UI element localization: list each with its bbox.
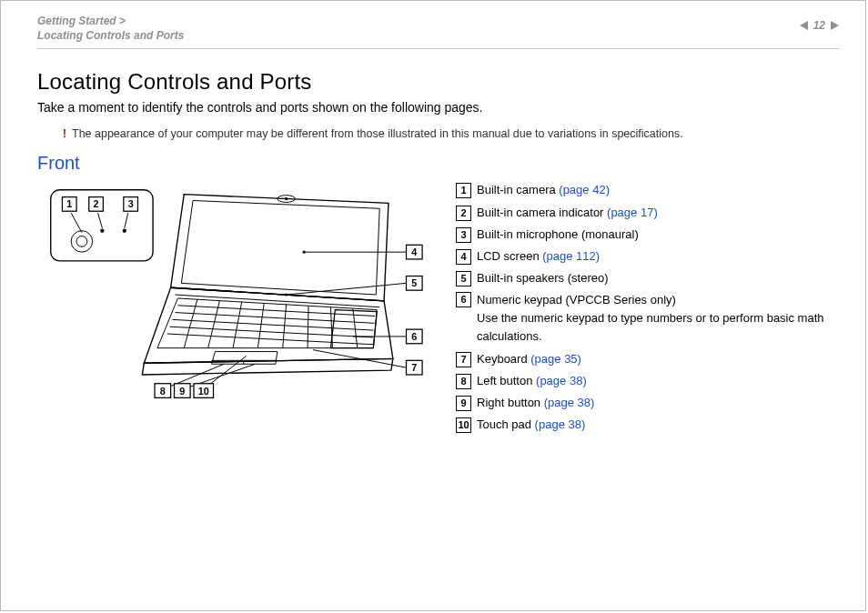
svg-point-20 <box>285 197 288 201</box>
warning-icon: ! <box>63 128 66 139</box>
legend-text: Left button (page 38) <box>477 372 587 390</box>
legend-number-box: 10 <box>456 417 471 433</box>
legend-item: 10Touch pad (page 38) <box>456 416 840 434</box>
section-heading: Front <box>37 153 840 174</box>
legend-number-box: 3 <box>456 227 471 243</box>
legend-text: Built-in camera indicator (page 17) <box>477 204 658 222</box>
laptop-diagram: 1 2 3 <box>37 181 429 416</box>
breadcrumb-line-2: Locating Controls and Ports <box>37 28 184 43</box>
page-reference-link[interactable]: (page 112) <box>542 249 600 263</box>
page-nav: 12 <box>799 19 840 32</box>
legend-text: Touch pad (page 38) <box>477 416 585 434</box>
legend-item: 2Built-in camera indicator (page 17) <box>456 204 840 222</box>
legend-text: Built-in speakers (stereo) <box>477 269 609 287</box>
breadcrumb: Getting Started > Locating Controls and … <box>37 14 184 43</box>
prev-page-icon[interactable] <box>799 20 810 31</box>
svg-text:8: 8 <box>160 386 166 397</box>
legend-number-box: 5 <box>456 271 471 286</box>
legend-number-box: 8 <box>456 374 471 389</box>
legend-item: 5Built-in speakers (stereo) <box>456 269 840 287</box>
legend-text: Numeric keypad (VPCCB Series only)Use th… <box>477 291 840 346</box>
page-title: Locating Controls and Ports <box>37 69 840 95</box>
svg-text:10: 10 <box>198 386 209 397</box>
svg-marker-16 <box>171 195 389 301</box>
svg-text:9: 9 <box>179 386 185 397</box>
svg-point-6 <box>123 229 126 233</box>
note-text: The appearance of your computer may be d… <box>72 127 683 140</box>
svg-line-9 <box>125 214 128 229</box>
svg-marker-1 <box>831 21 839 30</box>
page-reference-link[interactable]: (page 38) <box>535 417 586 431</box>
svg-text:5: 5 <box>411 278 417 289</box>
page-reference-link[interactable]: (page 17) <box>607 206 658 219</box>
svg-text:2: 2 <box>94 199 99 210</box>
svg-point-46 <box>303 251 306 254</box>
legend-number-box: 6 <box>456 292 471 307</box>
svg-line-7 <box>71 214 82 233</box>
page-reference-link[interactable]: (page 38) <box>544 396 595 409</box>
legend-extra: Use the numeric keypad to type numbers o… <box>477 309 840 346</box>
legend-number-box: 7 <box>456 352 471 367</box>
page-reference-link[interactable]: (page 42) <box>559 183 610 196</box>
svg-text:3: 3 <box>128 199 134 210</box>
svg-text:7: 7 <box>411 363 417 374</box>
legend-number-box: 2 <box>456 206 471 221</box>
legend-list: 1Built-in camera (page 42)2Built-in came… <box>456 181 840 437</box>
note-row: ! The appearance of your computer may be… <box>63 127 840 140</box>
svg-point-47 <box>285 294 288 296</box>
svg-marker-22 <box>142 359 392 376</box>
legend-item: 9Right button (page 38) <box>456 394 840 412</box>
svg-marker-17 <box>181 201 379 296</box>
svg-text:4: 4 <box>411 247 417 258</box>
legend-number-box: 4 <box>456 249 471 265</box>
page-reference-link[interactable]: (page 35) <box>530 352 581 366</box>
legend-item: 4LCD screen (page 112) <box>456 247 840 266</box>
svg-line-31 <box>208 301 220 348</box>
content: Locating Controls and Ports Take a momen… <box>1 49 865 437</box>
svg-marker-0 <box>800 21 808 30</box>
svg-text:6: 6 <box>411 331 417 342</box>
svg-text:1: 1 <box>66 199 72 210</box>
legend-item: 6Numeric keypad (VPCCB Series only)Use t… <box>456 291 840 346</box>
page-header: Getting Started > Locating Controls and … <box>1 1 865 43</box>
svg-line-23 <box>176 295 380 307</box>
page-number: 12 <box>813 19 825 32</box>
svg-point-3 <box>71 231 92 252</box>
legend-text: Keyboard (page 35) <box>477 350 581 368</box>
legend-text: LCD screen (page 112) <box>477 247 600 266</box>
svg-line-8 <box>98 214 103 229</box>
legend-number-box: 9 <box>456 396 471 411</box>
legend-number-box: 1 <box>456 183 471 198</box>
intro-text: Take a moment to identify the controls a… <box>37 100 840 115</box>
page-reference-link[interactable]: (page 38) <box>536 374 587 387</box>
breadcrumb-line-1: Getting Started > <box>37 14 184 28</box>
svg-point-4 <box>76 236 87 247</box>
legend-item: 7Keyboard (page 35) <box>456 350 840 368</box>
next-page-icon[interactable] <box>829 20 840 31</box>
legend-text: Built-in camera (page 42) <box>477 181 610 199</box>
legend-item: 8Left button (page 38) <box>456 372 840 390</box>
legend-item: 1Built-in camera (page 42) <box>456 181 840 199</box>
legend-text: Built-in microphone (monaural) <box>477 226 639 244</box>
svg-point-5 <box>100 229 104 233</box>
legend-item: 3Built-in microphone (monaural) <box>456 226 840 244</box>
legend-text: Right button (page 38) <box>477 394 594 412</box>
